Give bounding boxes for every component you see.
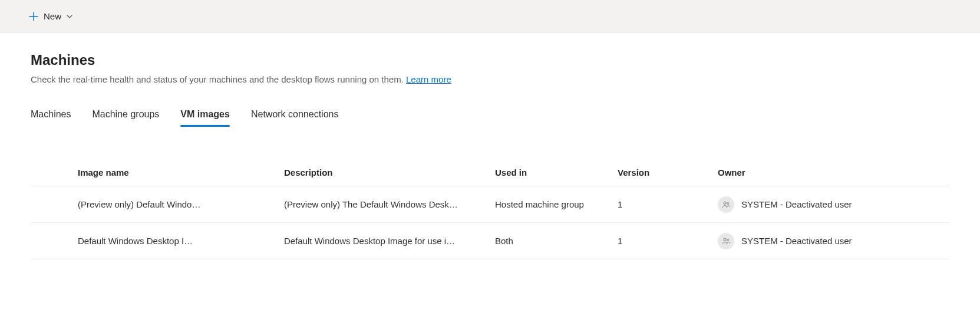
table-header: Image name Description Used in Version O…	[31, 162, 949, 186]
cell-image-name: (Preview only) Default Windo…	[78, 199, 284, 209]
page-description: Check the real-time health and status of…	[31, 74, 949, 84]
page-title: Machines	[31, 52, 949, 68]
tabs: Machines Machine groups VM images Networ…	[31, 104, 949, 126]
tab-machines[interactable]: Machines	[31, 104, 71, 126]
cell-description: Default Windows Desktop Image for use i…	[284, 236, 495, 246]
svg-point-2	[724, 238, 726, 241]
cell-version: 1	[618, 199, 718, 209]
new-button-label: New	[44, 11, 61, 21]
header-spacer	[31, 167, 78, 177]
learn-more-link[interactable]: Learn more	[406, 74, 451, 84]
tab-vm-images[interactable]: VM images	[180, 104, 230, 126]
chevron-down-icon	[66, 13, 73, 20]
new-button[interactable]: New	[24, 8, 78, 25]
cell-owner-text: SYSTEM - Deactivated user	[741, 236, 852, 246]
svg-point-0	[724, 202, 726, 204]
vm-images-table: Image name Description Used in Version O…	[31, 162, 949, 259]
cell-owner-text: SYSTEM - Deactivated user	[741, 199, 852, 209]
user-avatar-icon	[718, 196, 734, 213]
svg-point-3	[727, 239, 729, 241]
header-used-in[interactable]: Used in	[495, 167, 618, 177]
cell-used-in: Hosted machine group	[495, 199, 618, 209]
cell-description: (Preview only) The Default Windows Desk…	[284, 199, 495, 209]
svg-point-1	[727, 202, 729, 204]
command-bar: New	[0, 0, 980, 33]
tab-network-connections[interactable]: Network connections	[251, 104, 339, 126]
cell-owner: SYSTEM - Deactivated user	[718, 196, 949, 213]
cell-owner: SYSTEM - Deactivated user	[718, 233, 949, 249]
header-description[interactable]: Description	[284, 167, 495, 177]
header-owner[interactable]: Owner	[718, 167, 949, 177]
header-image-name[interactable]: Image name	[78, 167, 284, 177]
cell-image-name: Default Windows Desktop I…	[78, 236, 284, 246]
page-content: Machines Check the real-time health and …	[0, 33, 980, 259]
plus-icon	[28, 11, 39, 22]
page-description-text: Check the real-time health and status of…	[31, 74, 406, 84]
tab-machine-groups[interactable]: Machine groups	[92, 104, 159, 126]
table-row[interactable]: Default Windows Desktop I… Default Windo…	[31, 223, 949, 259]
table-row[interactable]: (Preview only) Default Windo… (Preview o…	[31, 186, 949, 223]
cell-version: 1	[618, 236, 718, 246]
cell-used-in: Both	[495, 236, 618, 246]
user-avatar-icon	[718, 233, 734, 249]
header-version[interactable]: Version	[618, 167, 718, 177]
